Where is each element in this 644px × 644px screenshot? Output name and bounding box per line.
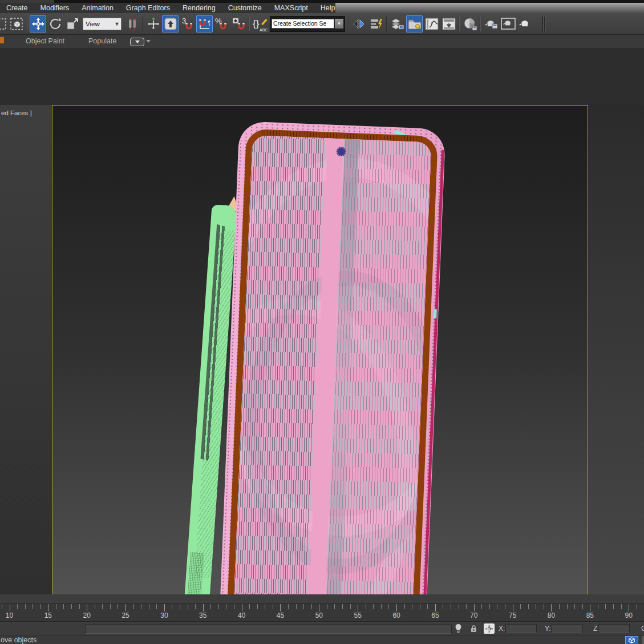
- timeline-tick: [195, 604, 196, 609]
- timeline-tick: [102, 604, 103, 609]
- x-coordinate-field[interactable]: [505, 624, 537, 633]
- menu-customize[interactable]: Customize: [222, 3, 268, 13]
- snap-toggle-3d-button[interactable]: 3: [179, 15, 196, 33]
- svg-text:ABC: ABC: [260, 28, 268, 32]
- timeline-tick: [164, 604, 165, 611]
- timeline-tick: [10, 604, 10, 611]
- y-axis-label: Y:: [545, 625, 551, 633]
- timeline-tick: [404, 604, 405, 609]
- timeline-tick: [226, 604, 226, 609]
- selection-set-input[interactable]: Create Selection Se: [272, 19, 334, 29]
- keyboard-shortcut-override-button[interactable]: [162, 15, 179, 33]
- menu-maxscript[interactable]: MAXScript: [268, 3, 314, 13]
- active-viewport[interactable]: [52, 105, 588, 642]
- z-coordinate-field[interactable]: [598, 624, 630, 633]
- timeline-tick: [303, 604, 304, 609]
- menu-animation[interactable]: Animation: [75, 3, 120, 13]
- manage-layers-button[interactable]: [389, 15, 406, 33]
- right-viewport-strip[interactable]: [588, 105, 644, 642]
- timeline-tick: [489, 604, 490, 609]
- render-setup-button[interactable]: [483, 15, 499, 33]
- viewport-shading-label[interactable]: ed Faces ]: [1, 110, 32, 116]
- lightbulb-icon[interactable]: [455, 623, 462, 636]
- select-and-scale-button[interactable]: [64, 15, 80, 33]
- phone-model[interactable]: [220, 121, 446, 627]
- named-selection-set-combo[interactable]: Create Selection Se▼: [270, 16, 345, 32]
- align-button[interactable]: [368, 15, 384, 33]
- timeline-tick: [513, 604, 513, 611]
- timeline-tick: [544, 604, 544, 609]
- timeline-tick: [188, 604, 188, 609]
- timeline-ruler[interactable]: [0, 604, 644, 611]
- tab-object-paint[interactable]: Object Paint: [26, 35, 64, 48]
- ribbon-options-caret-icon[interactable]: [146, 40, 151, 43]
- main-toolbar: View▼3%{}ABCCreate Selection Se▼: [0, 13, 644, 35]
- select-and-manipulate-button[interactable]: [145, 15, 161, 33]
- menu-help[interactable]: Help: [314, 3, 342, 13]
- select-and-move-button[interactable]: [30, 15, 46, 33]
- timeline-tick: [497, 604, 497, 609]
- time-slider-track[interactable]: [0, 594, 644, 604]
- timeline-tick: [396, 604, 397, 611]
- edit-named-selection-sets-button[interactable]: {}ABC: [252, 15, 268, 33]
- selection-region-partial-button[interactable]: [0, 15, 8, 33]
- material-editor-button[interactable]: [461, 15, 478, 33]
- menu-graph-editors[interactable]: Graph Editors: [120, 3, 176, 13]
- timeline-frame-label: 90: [625, 611, 633, 619]
- percent-snap-button[interactable]: %: [213, 15, 230, 33]
- svg-text:{}: {}: [253, 18, 260, 29]
- timeline-frame-label: 65: [431, 611, 439, 619]
- use-pivot-point-center-button[interactable]: [124, 15, 140, 33]
- toggle-scene-explorer-button[interactable]: [406, 15, 423, 33]
- maximize-viewport-toggle-button[interactable]: [625, 636, 638, 644]
- status-line-field[interactable]: [86, 624, 452, 634]
- menu-bar: CreateModifiersAnimationGraph EditorsRen…: [0, 3, 644, 13]
- timeline-tick: [87, 604, 87, 611]
- timeline-tick: [63, 604, 64, 609]
- timeline-tick: [481, 604, 482, 609]
- timeline-tick: [2, 604, 2, 609]
- timeline-tick: [435, 604, 436, 611]
- ribbon-tab-row: Object Paint Populate: [0, 35, 644, 48]
- menu-create[interactable]: Create: [0, 3, 34, 13]
- menu-rendering[interactable]: Rendering: [176, 3, 222, 13]
- timeline-frame-label: 70: [470, 611, 477, 619]
- timeline-tick: [536, 604, 536, 609]
- tab-populate[interactable]: Populate: [88, 35, 116, 48]
- timeline-tick: [210, 604, 211, 609]
- timeline-tick: [48, 604, 48, 611]
- ribbon-minimize-button[interactable]: [130, 38, 144, 46]
- select-object-button[interactable]: [9, 15, 25, 33]
- curve-editor-button[interactable]: [423, 15, 440, 33]
- timeline-bar: 1015202530354045505560657075808590: [0, 594, 644, 622]
- toolbar-separator: [386, 17, 387, 31]
- timeline-tick: [71, 604, 72, 609]
- timeline-tick: [528, 604, 529, 609]
- timeline-tick: [613, 604, 614, 609]
- grid-label-partial: G: [641, 625, 644, 633]
- left-viewport-strip[interactable]: ed Faces ]: [0, 105, 52, 642]
- spinner-snap-button[interactable]: [230, 15, 247, 33]
- y-coordinate-field[interactable]: [552, 624, 583, 633]
- reference-coordinate-dropdown[interactable]: View▼: [83, 18, 121, 30]
- select-and-rotate-button[interactable]: [47, 15, 63, 33]
- chevron-down-icon: ▼: [335, 19, 343, 29]
- timeline-tick: [40, 604, 41, 609]
- timeline-frame-label: 10: [6, 611, 13, 619]
- timeline-tick: [621, 604, 622, 609]
- timeline-tick: [218, 604, 219, 609]
- timeline-tick: [637, 604, 637, 609]
- selection-lock-icon[interactable]: [470, 625, 477, 635]
- mirror-button[interactable]: [351, 15, 367, 33]
- rendered-frame-window-button[interactable]: [500, 15, 516, 33]
- angle-snap-button[interactable]: [196, 15, 213, 33]
- menu-bar-gradient: [335, 3, 644, 14]
- phone-screen: [234, 135, 432, 613]
- menu-modifiers[interactable]: Modifiers: [34, 3, 76, 13]
- toolbar-separator: [480, 17, 481, 31]
- absolute-offset-mode-button[interactable]: [484, 623, 495, 634]
- toolbar-separator: [27, 17, 28, 31]
- render-production-button[interactable]: [517, 15, 533, 33]
- timeline-frame-label: 20: [83, 611, 91, 619]
- schematic-view-button[interactable]: [440, 15, 457, 33]
